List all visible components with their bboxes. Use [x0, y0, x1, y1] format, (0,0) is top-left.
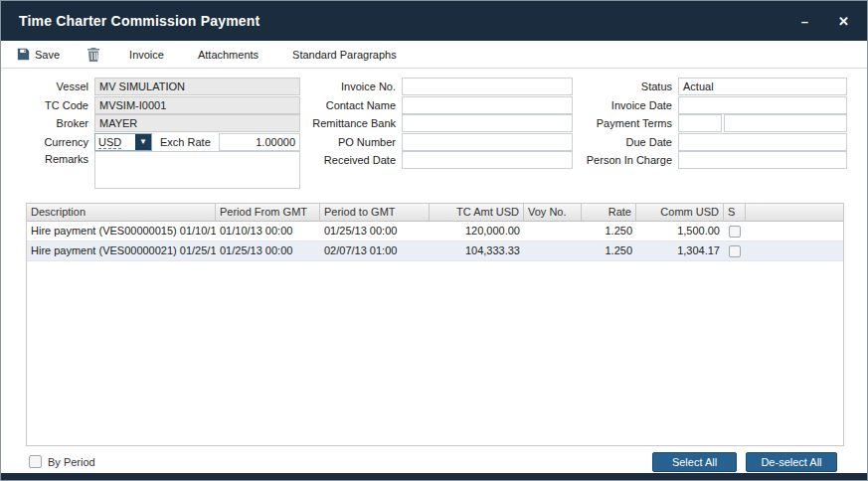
tc-code-label: TC Code: [19, 96, 94, 114]
invoice-button[interactable]: Invoice: [129, 49, 164, 61]
window-controls: – ✕: [801, 15, 849, 28]
person-in-charge-label: Person In Charge: [581, 151, 678, 169]
invoice-date-row: Invoice Date: [581, 96, 847, 114]
tc-code-row: TC Code MVSIM-I0001: [19, 96, 300, 114]
delete-button[interactable]: [87, 48, 99, 62]
cell-period-to: 01/25/13 00:00: [320, 222, 430, 240]
currency-row: Currency USD ▼ Exch Rate 1.00000: [19, 133, 300, 151]
bottom-bar: [1, 473, 867, 480]
chevron-down-icon[interactable]: ▼: [135, 134, 151, 150]
cell-comm: 1,500.00: [636, 222, 724, 240]
header-description[interactable]: Description: [27, 204, 216, 221]
grid-header: Description Period From GMT Period to GM…: [27, 204, 843, 222]
po-number-field[interactable]: [402, 133, 573, 151]
broker-row: Broker MAYER: [19, 114, 300, 132]
invoice-date-field[interactable]: [678, 96, 847, 114]
payment-terms-row: Payment Terms: [581, 114, 847, 132]
header-period-to[interactable]: Period to GMT: [320, 204, 430, 221]
remarks-label: Remarks: [19, 151, 94, 189]
by-period-checkbox[interactable]: [29, 455, 42, 468]
attachments-label: Attachments: [198, 49, 259, 61]
by-period-control: By Period: [29, 455, 95, 468]
save-icon: [17, 48, 30, 61]
cell-select: [724, 241, 746, 260]
cell-period-from: 01/10/13 00:00: [216, 222, 320, 240]
window-title: Time Charter Commission Payment: [19, 13, 260, 29]
dialog-window: Time Charter Commission Payment – ✕ Save…: [0, 0, 868, 481]
cell-rate: 1.250: [582, 241, 636, 260]
header-filler: [746, 204, 843, 221]
cell-filler: [746, 222, 843, 240]
cell-comm: 1,304.17: [636, 241, 724, 260]
currency-value: USD: [95, 134, 135, 150]
deselect-all-button[interactable]: De-select All: [746, 452, 837, 472]
due-date-row: Due Date: [581, 133, 847, 151]
due-date-label: Due Date: [581, 133, 678, 151]
cell-select: [724, 222, 746, 240]
hire-payments-grid: Description Period From GMT Period to GM…: [26, 203, 844, 446]
row-checkbox[interactable]: [729, 226, 741, 238]
select-all-button[interactable]: Select All: [652, 452, 737, 472]
header-period-from[interactable]: Period From GMT: [216, 204, 320, 221]
invoice-label: Invoice: [129, 49, 164, 61]
status-row: Status Actual: [581, 78, 847, 95]
grid-row-2[interactable]: Hire payment (VES00000021) 01/25/1: 01/2…: [27, 241, 843, 261]
form-column-right: Status Actual Invoice Date Payment Terms…: [581, 78, 847, 169]
cell-voy-no: [524, 241, 582, 260]
save-button[interactable]: Save: [17, 48, 60, 61]
tc-code-field[interactable]: MVSIM-I0001: [94, 96, 300, 114]
exch-rate-label: Exch Rate: [156, 133, 219, 151]
form-column-left: Vessel MV SIMULATION TC Code MVSIM-I0001…: [19, 78, 300, 189]
remittance-bank-label: Remittance Bank: [307, 114, 402, 132]
header-select[interactable]: S: [724, 204, 746, 221]
invoice-no-label: Invoice No.: [307, 78, 402, 95]
invoice-no-field[interactable]: [402, 78, 573, 95]
cell-description: Hire payment (VES00000015) 01/10/1:: [27, 222, 216, 240]
header-comm[interactable]: Comm USD: [636, 204, 724, 221]
invoice-no-row: Invoice No.: [307, 78, 573, 95]
cell-description: Hire payment (VES00000021) 01/25/1:: [27, 241, 216, 260]
status-field[interactable]: Actual: [678, 78, 847, 95]
vessel-field[interactable]: MV SIMULATION: [94, 78, 300, 95]
received-date-label: Received Date: [307, 151, 402, 169]
by-period-label: By Period: [48, 456, 95, 468]
po-number-label: PO Number: [307, 133, 402, 151]
cell-voy-no: [524, 222, 582, 240]
remittance-bank-row: Remittance Bank: [307, 114, 573, 132]
broker-label: Broker: [19, 114, 94, 132]
minimize-button[interactable]: –: [801, 15, 808, 28]
status-label: Status: [581, 78, 678, 95]
person-in-charge-field[interactable]: [678, 151, 847, 169]
row-checkbox[interactable]: [729, 245, 741, 257]
invoice-date-label: Invoice Date: [581, 96, 678, 114]
toolbar: Save Invoice Attachments Standard Paragr…: [1, 41, 867, 69]
currency-label: Currency: [19, 133, 94, 151]
standard-paragraphs-button[interactable]: Standard Paragraphs: [292, 49, 397, 61]
trash-icon: [87, 48, 99, 62]
attachments-button[interactable]: Attachments: [198, 49, 259, 61]
vessel-row: Vessel MV SIMULATION: [19, 78, 300, 95]
cell-tc-amt: 104,333.33: [430, 241, 524, 260]
close-button[interactable]: ✕: [838, 15, 849, 28]
cell-period-to: 02/07/13 01:00: [320, 241, 430, 260]
cell-filler: [746, 241, 843, 260]
contact-name-row: Contact Name: [307, 96, 573, 114]
remittance-bank-field[interactable]: [402, 114, 573, 132]
payment-terms-field-2[interactable]: [724, 114, 847, 132]
due-date-field[interactable]: [678, 133, 847, 151]
payment-terms-label: Payment Terms: [581, 114, 678, 132]
broker-field[interactable]: MAYER: [94, 114, 300, 132]
po-number-row: PO Number: [307, 133, 573, 151]
grid-row-1[interactable]: Hire payment (VES00000015) 01/10/1: 01/1…: [27, 222, 843, 241]
header-rate[interactable]: Rate: [582, 204, 636, 221]
payment-terms-field-1[interactable]: [678, 114, 722, 132]
vessel-label: Vessel: [19, 78, 94, 95]
header-voy-no[interactable]: Voy No.: [524, 204, 582, 221]
remarks-field[interactable]: [94, 151, 300, 189]
header-tc-amt[interactable]: TC Amt USD: [430, 204, 524, 221]
person-in-charge-row: Person In Charge: [581, 151, 847, 169]
exch-rate-field[interactable]: 1.00000: [219, 133, 300, 151]
currency-select[interactable]: USD ▼: [94, 133, 152, 151]
contact-name-field[interactable]: [402, 96, 573, 114]
received-date-field[interactable]: [402, 151, 573, 169]
